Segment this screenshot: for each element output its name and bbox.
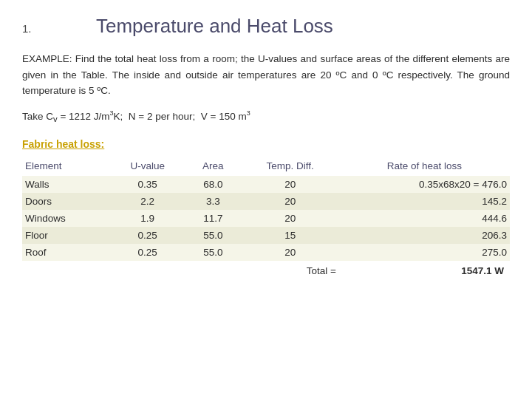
cell-4-3: 20 <box>242 244 342 261</box>
cell-1-4: 145.2 <box>342 193 510 210</box>
cell-3-2: 55.0 <box>188 227 241 244</box>
cell-4-2: 55.0 <box>188 244 241 261</box>
cell-0-1: 0.35 <box>110 176 188 193</box>
cell-1-1: 2.2 <box>110 193 188 210</box>
cell-2-3: 20 <box>242 210 342 227</box>
table-row: Doors2.23.320145.2 <box>22 193 510 210</box>
total-empty <box>22 261 242 279</box>
heat-loss-table: Element U-value Area Temp. Diff. Rate of… <box>22 157 510 279</box>
page-header: 1. Temperature and Heat Loss <box>22 15 510 38</box>
cell-3-3: 15 <box>242 227 342 244</box>
table-row: Windows1.911.720444.6 <box>22 210 510 227</box>
cell-4-4: 275.0 <box>342 244 510 261</box>
cell-2-2: 11.7 <box>188 210 241 227</box>
cell-2-0: Windows <box>22 210 110 227</box>
cell-4-0: Roof <box>22 244 110 261</box>
col-header-rate: Rate of heat loss <box>342 157 510 176</box>
table-row: Floor0.2555.015206.3 <box>22 227 510 244</box>
page-title: Temperature and Heat Loss <box>96 15 333 38</box>
cell-1-0: Doors <box>22 193 110 210</box>
total-row: Total =1547.1 W <box>22 261 510 279</box>
section-number: 1. <box>22 22 52 35</box>
cell-3-0: Floor <box>22 227 110 244</box>
total-label: Total = <box>242 261 342 279</box>
take-line: Take Cv = 1212 J/m3K; N = 2 per hour; V … <box>22 109 510 123</box>
cell-1-3: 20 <box>242 193 342 210</box>
table-row: Roof0.2555.020275.0 <box>22 244 510 261</box>
cell-2-1: 1.9 <box>110 210 188 227</box>
cell-0-4: 0.35x68x20 = 476.0 <box>342 176 510 193</box>
cell-2-4: 444.6 <box>342 210 510 227</box>
cell-0-0: Walls <box>22 176 110 193</box>
table-row: Walls0.3568.0200.35x68x20 = 476.0 <box>22 176 510 193</box>
example-description: EXAMPLE: Find the total heat loss from a… <box>22 51 510 99</box>
cell-3-4: 206.3 <box>342 227 510 244</box>
col-header-area: Area <box>188 157 241 176</box>
cell-4-1: 0.25 <box>110 244 188 261</box>
cell-3-1: 0.25 <box>110 227 188 244</box>
table-header-row: Element U-value Area Temp. Diff. Rate of… <box>22 157 510 176</box>
col-header-tempdiff: Temp. Diff. <box>242 157 342 176</box>
col-header-uvalue: U-value <box>110 157 188 176</box>
col-header-element: Element <box>22 157 110 176</box>
fabric-heading: Fabric heat loss: <box>22 138 510 150</box>
cell-1-2: 3.3 <box>188 193 241 210</box>
total-value: 1547.1 W <box>342 261 510 279</box>
cell-0-3: 20 <box>242 176 342 193</box>
cell-0-2: 68.0 <box>188 176 241 193</box>
